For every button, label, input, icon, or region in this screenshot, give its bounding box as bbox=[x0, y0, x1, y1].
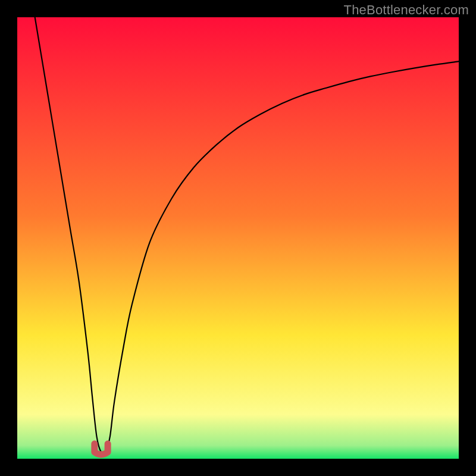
bottleneck-curve bbox=[17, 17, 459, 459]
outer-frame: TheBottlenecker.com bbox=[0, 0, 476, 476]
watermark-text: TheBottlenecker.com bbox=[344, 2, 469, 18]
plot-area bbox=[17, 17, 459, 459]
